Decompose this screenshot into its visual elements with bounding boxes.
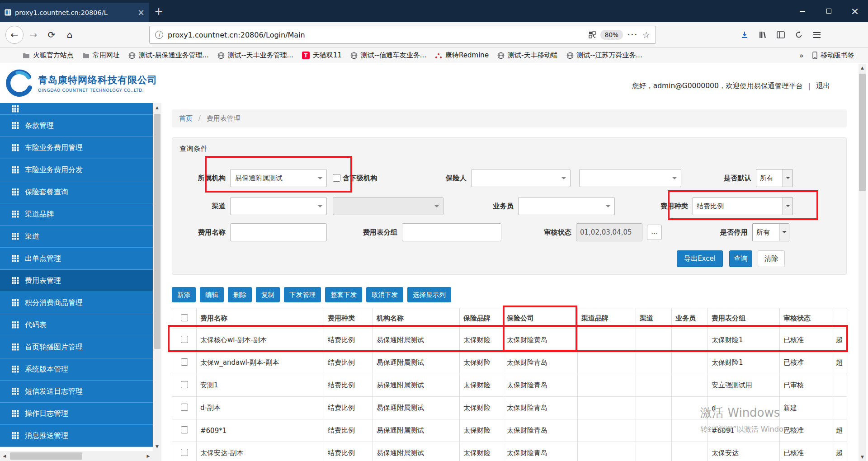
insurer-dropdown-2[interactable] <box>579 169 681 187</box>
scroll-up-icon[interactable]: ▲ <box>859 64 866 72</box>
scrollbar-thumb[interactable] <box>10 452 82 460</box>
audit-status-picker-button[interactable]: ... <box>647 225 662 240</box>
url-text[interactable]: proxy1.countnet.cn:20806/Login/Main <box>168 31 584 39</box>
sidebar-item[interactable]: 车险业务费用分发 <box>0 159 153 181</box>
export-excel-button[interactable]: 导出Excel <box>677 250 723 267</box>
caret-down-icon[interactable] <box>783 198 793 215</box>
table-toolbar-button[interactable]: 编辑 <box>200 287 224 302</box>
downloads-button[interactable] <box>736 27 753 43</box>
caret-down-icon[interactable] <box>783 169 793 187</box>
channel-dropdown[interactable] <box>230 197 327 215</box>
salesman-dropdown[interactable] <box>518 197 615 215</box>
bookmark-item[interactable]: T天猫双11 <box>302 51 342 60</box>
row-checkbox[interactable] <box>181 404 188 411</box>
select-all-checkbox[interactable] <box>181 314 188 321</box>
bookmark-item[interactable]: 火狐官方站点 <box>23 51 74 60</box>
sidebar-item[interactable]: 短信发送日志管理 <box>0 381 153 403</box>
table-toolbar-button[interactable]: 整套下发 <box>325 287 362 302</box>
sidebar-toggle-button[interactable] <box>773 27 789 43</box>
caret-down-icon[interactable] <box>779 224 789 241</box>
table-row[interactable]: 太保w_andawl-副本-副本结费比例易保通附属测试太保财险太保财险青岛太保财… <box>172 352 847 374</box>
logout-link[interactable]: 退出 <box>816 81 830 91</box>
org-dropdown[interactable]: 易保通附属测试 <box>230 169 327 187</box>
is-default-select[interactable]: 所有 <box>756 169 793 187</box>
clear-button[interactable]: 清除 <box>758 250 785 267</box>
bookmark-item[interactable]: 测试--信通车友业务... <box>350 51 426 60</box>
table-toolbar-button[interactable]: 下发管理 <box>284 287 321 302</box>
scroll-left-icon[interactable]: ◀ <box>0 451 9 461</box>
sidebar-item[interactable]: 出单点管理 <box>0 248 153 270</box>
sidebar-item[interactable]: 系统版本管理 <box>0 358 153 381</box>
sidebar-horizontal-scrollbar[interactable]: ◀ ▶ <box>0 451 161 461</box>
table-row[interactable]: 太保安达-副本结费比例易保通附属测试太保财险太保财险青岛太保安达已核准超 <box>172 442 847 461</box>
bookmark-star-icon[interactable]: ☆ <box>642 30 650 40</box>
page-actions-icon[interactable]: ··· <box>627 31 638 39</box>
fee-name-input[interactable] <box>230 223 327 241</box>
insurer-dropdown-1[interactable] <box>471 169 571 187</box>
table-row[interactable]: 太保核心wl-副本-副本结费比例易保通附属测试太保财险太保财险黄岛太保财险1已核… <box>172 329 847 352</box>
table-row[interactable]: 安测1结费比例易保通附属测试太保财险太保财险青岛安立强测试用已审核 <box>172 374 847 397</box>
table-toolbar-button[interactable]: 选择显示列 <box>407 287 451 302</box>
table-row[interactable]: d-副本结费比例易保通附属测试太保财险太保财险青岛d新建 <box>172 397 847 419</box>
sidebar-item[interactable]: 操作日志管理 <box>0 403 153 425</box>
page-vertical-scrollbar[interactable]: ▲ ▼ <box>859 64 866 461</box>
close-button[interactable]: × <box>842 0 868 22</box>
fee-type-select[interactable]: 结费比例 <box>693 197 793 215</box>
scroll-right-icon[interactable]: ▶ <box>144 451 153 461</box>
bookmark-item[interactable]: 常用网址 <box>82 51 120 60</box>
bookmark-item[interactable]: 测试--江苏万舜业务... <box>566 51 642 60</box>
url-bar[interactable]: i proxy1.countnet.cn:20806/Login/Main 80… <box>149 26 656 44</box>
audit-status-input[interactable]: 01,02,03,04,05 <box>576 223 642 241</box>
sidebar-item[interactable]: 积分消费商品管理 <box>0 292 153 314</box>
sidebar-item[interactable]: 保险套餐查询 <box>0 181 153 203</box>
scrollbar-thumb[interactable] <box>154 114 160 349</box>
row-checkbox[interactable] <box>181 358 188 366</box>
table-toolbar-button[interactable]: 复制 <box>256 287 280 302</box>
back-button[interactable]: ← <box>5 26 24 44</box>
table-toolbar-button[interactable]: 删除 <box>228 287 252 302</box>
sidebar-item[interactable]: 渠道 <box>0 226 153 248</box>
bookmarks-overflow-chevron[interactable]: » <box>799 51 804 60</box>
zoom-level-badge[interactable]: 80% <box>600 30 623 40</box>
sidebar-item[interactable]: 费用表管理 <box>0 270 153 292</box>
sidebar-item[interactable]: 代码表 <box>0 314 153 336</box>
forward-button[interactable]: → <box>25 27 42 43</box>
scrollbar-thumb[interactable] <box>859 74 866 191</box>
sidebar-item[interactable]: 消息推送管理 <box>0 425 153 447</box>
scroll-down-icon[interactable]: ▼ <box>153 442 161 451</box>
tab-close-icon[interactable]: × <box>137 8 145 17</box>
sidebar-item[interactable]: 车险业务费用管理 <box>0 137 153 159</box>
breadcrumb-home-link[interactable]: 首页 <box>179 114 193 122</box>
table-row[interactable]: #609*1结费比例易保通附属测试太保财险太保财险青岛#6091已核准超 <box>172 419 847 442</box>
is-disabled-select[interactable]: 所有 <box>752 223 789 241</box>
sidebar-item[interactable]: 首页轮播图片管理 <box>0 336 153 358</box>
row-checkbox[interactable] <box>181 449 188 456</box>
bookmark-item[interactable]: 测试-天丰移动端 <box>497 51 557 60</box>
table-toolbar-button[interactable]: 新添 <box>172 287 196 302</box>
sidebar-vertical-scrollbar[interactable]: ▲ ▼ <box>153 103 161 451</box>
menu-button[interactable] <box>809 27 825 43</box>
include-sub-checkbox[interactable] <box>333 174 340 182</box>
browser-tab[interactable]: proxy1.countnet.cn:20806/L × <box>0 3 149 22</box>
scroll-down-icon[interactable]: ▼ <box>859 453 866 461</box>
table-toolbar-button[interactable]: 取消下发 <box>366 287 403 302</box>
bookmark-item[interactable]: 移动版书签 <box>812 51 854 60</box>
bookmark-item[interactable]: 康特Redmine <box>435 51 489 60</box>
row-checkbox[interactable] <box>181 336 188 343</box>
qr-extension-icon[interactable] <box>589 31 596 38</box>
row-checkbox[interactable] <box>181 426 188 433</box>
fee-group-input[interactable] <box>402 223 501 241</box>
scroll-up-icon[interactable]: ▲ <box>153 103 161 112</box>
home-button[interactable]: ⌂ <box>61 27 78 43</box>
sidebar-item[interactable]: 条款管理 <box>0 115 153 137</box>
bookmark-item[interactable]: 测试-易保通业务管理... <box>128 51 209 60</box>
search-button[interactable]: 查询 <box>729 250 752 267</box>
reload-button[interactable]: ⟳ <box>43 27 60 43</box>
sidebar-item[interactable]: 渠道品牌 <box>0 203 153 226</box>
library-button[interactable] <box>755 27 771 43</box>
row-checkbox[interactable] <box>181 381 188 388</box>
sync-button[interactable] <box>791 27 807 43</box>
minimize-button[interactable] <box>789 0 816 22</box>
new-tab-button[interactable]: + <box>149 0 168 22</box>
site-info-icon[interactable]: i <box>155 31 163 39</box>
